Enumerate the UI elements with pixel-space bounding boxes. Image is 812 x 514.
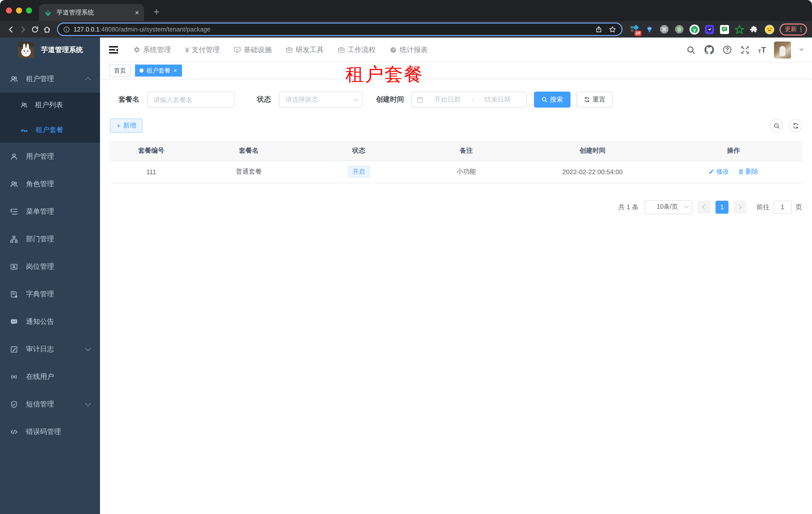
goto-label: 前往 xyxy=(756,202,770,212)
update-label: 更新 xyxy=(785,25,797,33)
goto-page-input[interactable] xyxy=(774,200,791,213)
window-minimize-button[interactable] xyxy=(16,7,22,13)
avatar-dropdown-caret-icon[interactable] xyxy=(799,48,804,51)
extension-shield-icon[interactable] xyxy=(704,24,714,34)
search-icon[interactable] xyxy=(686,45,696,55)
app-logo[interactable]: 芋道管理系统 xyxy=(0,37,100,62)
sidebar-item-dept-management[interactable]: 部门管理 xyxy=(0,225,100,253)
font-size-icon[interactable]: TT xyxy=(758,46,766,54)
browser-toolbar: 127.0.0.1:48080/admin-ui/system/tenant/p… xyxy=(0,21,812,37)
nav-label: 基础设施 xyxy=(244,45,272,54)
create-time-label: 创建时间 xyxy=(376,95,404,104)
chevron-down-icon xyxy=(85,401,91,406)
extension-command-icon[interactable]: ⌘ xyxy=(659,24,669,34)
site-info-icon[interactable] xyxy=(63,26,70,33)
browser-tab[interactable]: 芋道管理系统 × xyxy=(39,4,144,21)
prev-page-button[interactable] xyxy=(697,200,710,213)
nav-item-dev-tools[interactable]: 研发工具 xyxy=(286,45,324,54)
sidebar-item-sms-management[interactable]: 短信管理 xyxy=(0,390,100,418)
next-page-button[interactable] xyxy=(733,200,747,213)
message-bubble-icon xyxy=(10,318,18,326)
column-header-id: 套餐编号 xyxy=(110,141,193,161)
date-range-picker[interactable]: 开始日期 - 结束日期 xyxy=(411,91,527,108)
extension-y-green-icon[interactable]: y xyxy=(689,24,699,34)
sidebar-item-audit-log[interactable]: 审计日志 xyxy=(0,335,100,363)
refresh-table-button[interactable] xyxy=(789,119,802,132)
main-area: 系统管理 ¥ 支付管理 基础设施 研发工具 xyxy=(100,37,812,514)
sidebar-item-label: 部门管理 xyxy=(26,235,54,243)
sidebar-item-tenant-package[interactable]: 租户套餐 xyxy=(0,117,100,143)
current-page-button[interactable]: 1 xyxy=(716,200,728,213)
cell-remark: 小功能 xyxy=(412,161,520,183)
help-icon[interactable] xyxy=(722,45,732,55)
table-toolbar: + 新增 xyxy=(110,118,802,133)
nav-item-payment[interactable]: ¥ 支付管理 xyxy=(185,45,220,54)
refresh-icon xyxy=(584,97,590,103)
search-button[interactable]: 搜索 xyxy=(534,91,571,108)
sidebar-item-label: 租户套餐 xyxy=(35,126,63,135)
fullscreen-icon[interactable] xyxy=(740,45,750,55)
page-size-select[interactable]: 10条/页 xyxy=(644,200,693,214)
extension-grey-dot-icon[interactable] xyxy=(674,24,684,34)
chevron-right-icon xyxy=(737,205,742,210)
nav-item-infrastructure[interactable]: 基础设施 xyxy=(234,45,272,54)
extension-gem-icon[interactable] xyxy=(644,24,654,34)
search-icon xyxy=(542,97,548,103)
cell-package-id: 111 xyxy=(110,161,193,183)
sidebar-item-error-code[interactable]: 错误码管理 xyxy=(0,418,100,445)
window-close-button[interactable] xyxy=(6,7,12,13)
sidebar-item-role-management[interactable]: 角色管理 xyxy=(0,170,100,198)
github-icon[interactable] xyxy=(704,45,714,55)
chevron-down-icon xyxy=(353,96,358,101)
nav-item-workflow[interactable]: 工作流程 xyxy=(338,45,376,54)
extension-star-icon[interactable] xyxy=(734,24,744,34)
url-bar[interactable]: 127.0.0.1:48080/admin-ui/system/tenant/p… xyxy=(57,23,622,36)
search-form: 套餐名 状态 请选择状态 创建时间 开始日期 - 结束日期 xyxy=(118,91,802,108)
back-button[interactable] xyxy=(5,23,17,35)
extensions-puzzle-icon[interactable] xyxy=(749,24,759,34)
profile-avatar-icon[interactable] xyxy=(764,24,774,34)
sidebar-item-label: 通知公告 xyxy=(26,317,54,326)
share-icon[interactable] xyxy=(595,26,602,33)
window-zoom-button[interactable] xyxy=(26,7,32,13)
sidebar-collapse-icon[interactable] xyxy=(109,46,118,54)
sidebar-item-label: 角色管理 xyxy=(26,180,54,188)
browser-update-menu[interactable]: 更新 xyxy=(779,23,807,35)
search-icon xyxy=(773,123,780,129)
forward-button[interactable] xyxy=(17,23,29,35)
toggle-search-button[interactable] xyxy=(770,119,783,132)
nav-item-system[interactable]: 系统管理 xyxy=(133,45,171,54)
tag-home[interactable]: 首页 xyxy=(109,64,131,77)
sidebar-item-user-management[interactable]: 用户管理 xyxy=(0,143,100,170)
home-button[interactable] xyxy=(41,23,53,35)
add-button[interactable]: + 新增 xyxy=(110,118,143,133)
new-tab-button[interactable]: + xyxy=(149,4,164,20)
extension-chat-icon[interactable] xyxy=(719,24,729,34)
status-select[interactable]: 请选择状态 xyxy=(279,91,363,108)
user-avatar[interactable] xyxy=(774,41,791,58)
tag-tenant-package[interactable]: 租户套餐 × xyxy=(135,64,182,77)
edit-link[interactable]: 修改 xyxy=(708,167,729,176)
delete-link[interactable]: 删除 xyxy=(738,167,758,176)
sidebar-item-dict-management[interactable]: 字典管理 xyxy=(0,280,100,308)
tag-close-icon[interactable]: × xyxy=(174,67,177,74)
package-name-input[interactable] xyxy=(147,91,235,108)
sidebar-item-online-users[interactable]: 在线用户 xyxy=(0,363,100,390)
nav-item-reports[interactable]: 统计报表 xyxy=(390,45,428,54)
sidebar-item-tenant-list[interactable]: 租户列表 xyxy=(0,92,100,117)
reset-button[interactable]: 重置 xyxy=(577,91,613,108)
chevron-up-icon xyxy=(85,77,91,83)
sidebar-item-post-management[interactable]: 岗位管理 xyxy=(0,253,100,280)
app-header: 系统管理 ¥ 支付管理 基础设施 研发工具 xyxy=(100,37,812,62)
tags-view-bar: 首页 租户套餐 × xyxy=(100,62,812,79)
sidebar-item-notice[interactable]: 通知公告 xyxy=(0,308,100,335)
extension-diamond-icon[interactable]: 10 xyxy=(629,24,639,34)
reload-button[interactable] xyxy=(29,23,41,35)
sidebar-item-label: 用户管理 xyxy=(26,152,54,161)
package-name-label: 套餐名 xyxy=(118,95,140,104)
tab-favicon-plant-icon xyxy=(44,8,52,17)
tab-close-icon[interactable]: × xyxy=(135,9,139,16)
sidebar-item-menu-management[interactable]: 菜单管理 xyxy=(0,198,100,225)
sidebar-item-tenant-management[interactable]: 租户管理 xyxy=(0,65,100,92)
bookmark-star-icon[interactable] xyxy=(608,25,616,33)
